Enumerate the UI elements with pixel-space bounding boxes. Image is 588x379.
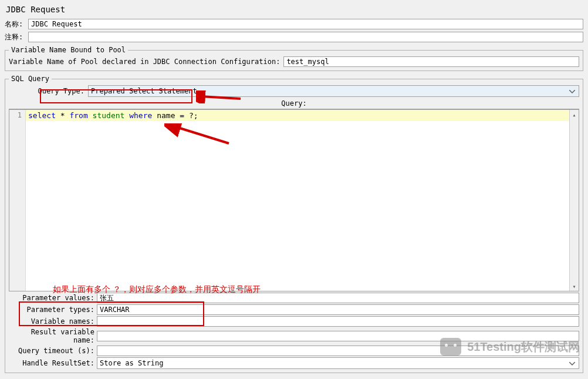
scroll-up-icon[interactable]: ▴ [570,110,579,119]
param-types-input[interactable] [97,304,579,315]
comment-input[interactable] [28,32,583,42]
sql-fieldset: SQL Query Query Type: Prepared Select St… [5,75,583,373]
pool-input[interactable] [283,56,579,67]
jdbc-request-panel: JDBC Request 名称: 注释: Variable Name Bound… [0,0,588,379]
scroll-down-icon[interactable]: ▾ [570,281,579,291]
name-label: 名称: [5,19,28,29]
variable-names-label: Variable names: [9,317,97,326]
editor-content[interactable]: select * from student where name = ?; [26,110,569,291]
comment-row: 注释: [5,32,583,42]
query-type-value: Prepared Select Statement [91,87,197,95]
param-types-row: Parameter types: [9,304,579,315]
wechat-icon [440,338,461,355]
page-title: JDBC Request [5,2,583,19]
vertical-scrollbar[interactable]: ▴ ▾ [569,110,579,291]
sql-line-1: select * from student where name = ?; [26,110,569,121]
param-types-label: Parameter types: [9,306,97,314]
query-type-select[interactable]: Prepared Select Statement [88,85,579,97]
name-row: 名称: [5,19,583,29]
watermark: 51Testing软件测试网 [440,338,580,355]
param-values-label: Parameter values: [9,294,97,302]
pool-fieldset: Variable Name Bound to Pool Variable Nam… [5,46,583,71]
chevron-down-icon [569,87,575,95]
query-type-label: Query Type: [9,87,88,95]
chevron-down-icon [569,359,575,367]
handle-resultset-row: Handle ResultSet: Store as String [9,357,579,369]
variable-names-row: Variable names: [9,316,579,327]
line-number: 1 [9,111,22,119]
query-header: Query: [9,98,579,109]
handle-resultset-value: Store as String [100,359,163,367]
handle-resultset-select[interactable]: Store as String [97,357,579,369]
watermark-text: 51Testing软件测试网 [467,339,580,355]
variable-names-input[interactable] [97,316,579,327]
handle-resultset-label: Handle ResultSet: [9,359,97,367]
sql-editor[interactable]: 1 select * from student where name = ?; … [9,109,579,291]
pool-legend: Variable Name Bound to Pool [9,46,128,54]
query-type-row: Query Type: Prepared Select Statement [9,85,579,97]
editor-gutter: 1 [9,110,26,291]
annotation-hint: 如果上面有多个 ？，则对应多个参数，并用英文逗号隔开 [53,284,261,295]
result-var-label: Result variable name: [9,328,97,344]
pool-label: Variable Name of Pool declared in JDBC C… [9,58,283,66]
comment-label: 注释: [5,32,28,42]
sql-legend: SQL Query [9,75,52,83]
query-timeout-label: Query timeout (s): [9,347,97,355]
name-input[interactable] [28,19,583,29]
